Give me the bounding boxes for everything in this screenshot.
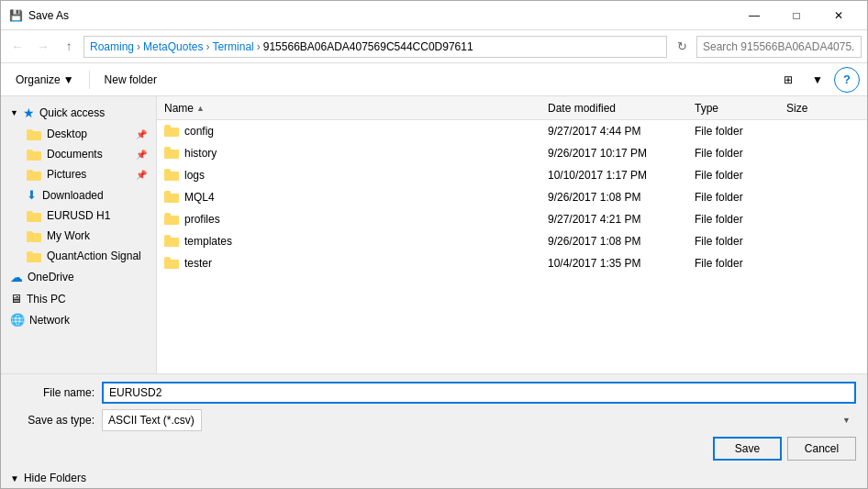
breadcrumb-terminal[interactable]: Terminal xyxy=(212,40,253,53)
sidebar-network-header[interactable]: 🌐 Network xyxy=(1,309,156,330)
table-row[interactable]: templates 9/26/2017 1:08 PM File folder xyxy=(157,230,867,252)
sidebar-item-quantaction[interactable]: QuantAction Signal xyxy=(1,246,156,266)
col-type-header[interactable]: Type xyxy=(695,102,786,115)
sidebar-item-desktop[interactable]: Desktop 📌 xyxy=(1,124,156,144)
network-icon: 🌐 xyxy=(10,313,25,327)
sidebar: ▼ ★ Quick access Desktop 📌 Documents 📌 P… xyxy=(1,96,157,373)
col-date-header[interactable]: Date modified xyxy=(548,102,695,115)
documents-folder-icon xyxy=(27,148,41,161)
breadcrumb-metaquotes[interactable]: MetaQuotes xyxy=(143,40,203,53)
search-box[interactable] xyxy=(696,36,862,58)
quantaction-folder-icon xyxy=(27,250,41,262)
save-as-dialog: 💾 Save As — □ ✕ ← → ↑ Roaming › MetaQuot… xyxy=(0,0,868,489)
sidebar-item-eurusd[interactable]: EURUSD H1 xyxy=(1,206,156,226)
file-name: logs xyxy=(184,169,205,182)
table-row[interactable]: config 9/27/2017 4:44 PM File folder xyxy=(157,120,867,142)
bottom-area: File name: Save as type: ASCII Text (*.c… xyxy=(1,373,867,468)
savetype-label: Save as type: xyxy=(12,414,95,427)
sidebar-quick-access-header[interactable]: ▼ ★ Quick access xyxy=(1,102,156,124)
organize-label: Organize xyxy=(16,73,61,86)
toolbar-right: ⊞ ▼ ? xyxy=(775,67,860,93)
quick-access-label: Quick access xyxy=(39,106,105,119)
table-row[interactable]: history 9/26/2017 10:17 PM File folder xyxy=(157,142,867,164)
folder-icon xyxy=(164,169,179,181)
file-type: File folder xyxy=(695,147,786,160)
file-type: File folder xyxy=(695,169,786,182)
search-input[interactable] xyxy=(703,40,855,53)
sidebar-item-pictures[interactable]: Pictures 📌 xyxy=(1,164,156,184)
toolbar-separator xyxy=(89,71,90,89)
file-type: File folder xyxy=(695,191,786,204)
sidebar-downloaded-label: Downloaded xyxy=(42,189,104,202)
file-date: 9/27/2017 4:44 PM xyxy=(548,125,695,138)
window-controls: — □ ✕ xyxy=(733,1,860,30)
file-date: 10/10/2017 1:17 PM xyxy=(548,169,695,182)
new-folder-button[interactable]: New folder xyxy=(97,68,164,92)
file-rows-container: config 9/27/2017 4:44 PM File folder his… xyxy=(157,120,867,274)
col-size-header[interactable]: Size xyxy=(786,102,860,115)
savetype-wrapper: ASCII Text (*.csv) xyxy=(102,409,856,431)
file-name: history xyxy=(184,147,217,160)
file-name: tester xyxy=(184,257,212,270)
close-button[interactable]: ✕ xyxy=(818,1,860,30)
sidebar-item-mywork[interactable]: My Work xyxy=(1,226,156,246)
file-type: File folder xyxy=(695,257,786,270)
file-date: 9/26/2017 1:08 PM xyxy=(548,191,695,204)
minimize-button[interactable]: — xyxy=(733,1,775,30)
folder-icon xyxy=(164,235,179,247)
table-row[interactable]: MQL4 9/26/2017 1:08 PM File folder xyxy=(157,186,867,208)
sidebar-quantaction-label: QuantAction Signal xyxy=(47,250,141,262)
view-toggle-button[interactable]: ⊞ xyxy=(775,68,801,92)
sidebar-desktop-label: Desktop xyxy=(47,128,87,140)
table-row[interactable]: tester 10/4/2017 1:35 PM File folder xyxy=(157,252,867,274)
sidebar-thispc-header[interactable]: 🖥 This PC xyxy=(1,288,156,309)
address-bar: ← → ↑ Roaming › MetaQuotes › Terminal › … xyxy=(1,30,867,63)
onedrive-icon: ☁ xyxy=(10,270,23,284)
sidebar-onedrive-header[interactable]: ☁ OneDrive xyxy=(1,266,156,288)
filename-input[interactable] xyxy=(102,382,856,404)
file-date: 9/26/2017 10:17 PM xyxy=(548,147,695,160)
action-row: Save Cancel xyxy=(12,437,856,461)
maximize-button[interactable]: □ xyxy=(775,1,818,30)
table-row[interactable]: logs 10/10/2017 1:17 PM File folder xyxy=(157,164,867,186)
file-type: File folder xyxy=(695,213,786,226)
sidebar-mywork-label: My Work xyxy=(47,229,90,242)
file-list: Name ▲ Date modified Type Size config 9/… xyxy=(157,96,867,373)
quick-access-collapse-icon: ▼ xyxy=(10,108,18,117)
file-date: 9/26/2017 1:08 PM xyxy=(548,235,695,248)
thispc-icon: 🖥 xyxy=(10,292,22,306)
sidebar-documents-label: Documents xyxy=(47,148,103,161)
sidebar-item-downloaded[interactable]: ⬇ Downloaded xyxy=(1,184,156,206)
mywork-folder-icon xyxy=(27,229,41,242)
up-button[interactable]: ↑ xyxy=(58,36,80,58)
folder-icon xyxy=(164,213,179,225)
file-name: MQL4 xyxy=(184,191,215,204)
window-title: Save As xyxy=(28,9,733,22)
pin-icon-pics: 📌 xyxy=(136,170,147,180)
quick-access-star-icon: ★ xyxy=(23,106,35,120)
col-name-header[interactable]: Name ▲ xyxy=(164,102,548,115)
hide-folders-arrow-icon: ▼ xyxy=(10,473,19,483)
hide-folders-row[interactable]: ▼ Hide Folders xyxy=(1,468,867,488)
sort-arrow-icon: ▲ xyxy=(196,104,205,113)
file-type: File folder xyxy=(695,125,786,138)
forward-button[interactable]: → xyxy=(32,36,54,58)
breadcrumb-current: 915566BA06ADA407569C544CC0D97611 xyxy=(263,40,473,53)
refresh-button[interactable]: ↻ xyxy=(671,36,693,58)
cancel-button[interactable]: Cancel xyxy=(787,437,856,461)
table-row[interactable]: profiles 9/27/2017 4:21 PM File folder xyxy=(157,208,867,230)
back-button[interactable]: ← xyxy=(6,36,28,58)
organize-button[interactable]: Organize ▼ xyxy=(8,68,82,92)
help-button[interactable]: ? xyxy=(834,67,860,93)
breadcrumb-roaming[interactable]: Roaming xyxy=(90,40,134,53)
view-dropdown-button[interactable]: ▼ xyxy=(805,68,830,92)
hide-folders-label: Hide Folders xyxy=(24,472,86,484)
breadcrumb-bar[interactable]: Roaming › MetaQuotes › Terminal › 915566… xyxy=(83,36,667,58)
save-button[interactable]: Save xyxy=(713,437,782,461)
file-list-header: Name ▲ Date modified Type Size xyxy=(157,96,867,120)
sidebar-eurusd-label: EURUSD H1 xyxy=(47,209,110,222)
sidebar-item-documents[interactable]: Documents 📌 xyxy=(1,144,156,164)
filename-label: File name: xyxy=(12,386,95,399)
savetype-row: Save as type: ASCII Text (*.csv) xyxy=(12,409,856,431)
savetype-select[interactable]: ASCII Text (*.csv) xyxy=(102,409,202,431)
